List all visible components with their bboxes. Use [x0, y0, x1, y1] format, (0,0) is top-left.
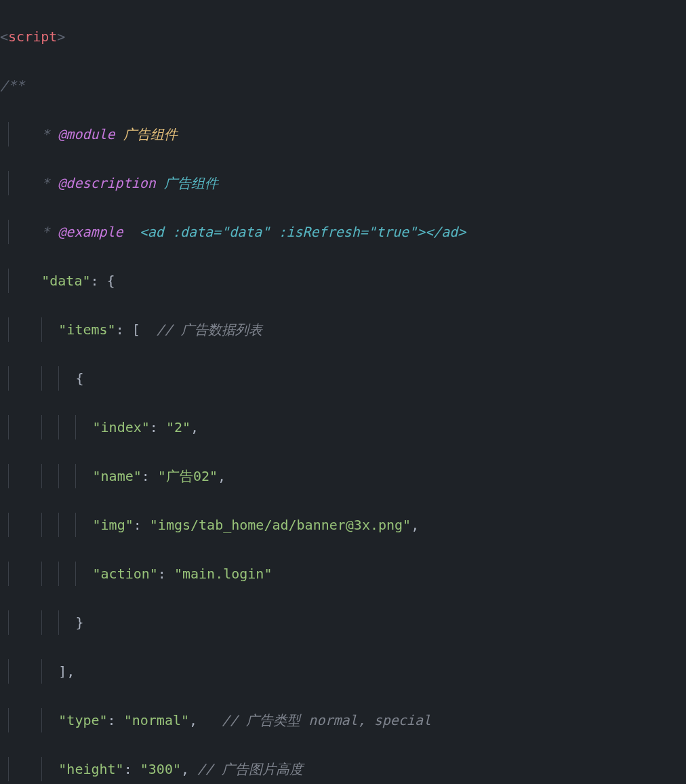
key-data: data: [49, 273, 82, 289]
code-line: * @module 广告组件: [0, 122, 686, 146]
code-line: "items": [ // 广告数据列表: [0, 317, 686, 342]
key-type: type: [66, 712, 99, 728]
val-img: imgs/tab_home/ad/banner@3x.png: [158, 517, 403, 533]
code-line: "index": "2",: [0, 415, 686, 439]
code-line: <script>: [0, 24, 686, 49]
code-line: "height": "300", // 广告图片高度: [0, 757, 686, 781]
jsdoc-at-description: @description: [58, 175, 156, 191]
code-line: "name": "广告02",: [0, 464, 686, 488]
val-name: 广告02: [166, 468, 209, 484]
key-items: items: [66, 321, 107, 338]
code-line: ],: [0, 659, 686, 684]
val-action: main.login: [182, 566, 264, 582]
jsdoc-at-example: @example: [58, 224, 123, 240]
code-line: * @example <ad :data="data" :isRefresh="…: [0, 220, 686, 244]
val-height: 300: [148, 761, 173, 777]
code-line: "data": {: [0, 269, 686, 293]
comment-open: /**: [0, 77, 24, 94]
val-type: normal: [132, 712, 181, 728]
code-line: "type": "normal", // 广告类型 normal, specia…: [0, 708, 686, 732]
code-line: {: [0, 366, 686, 391]
comment-height: // 广告图片高度: [197, 761, 303, 777]
val-index: 2: [174, 419, 182, 435]
jsdoc-example-code: <ad :data="data" :isRefresh="true"></ad>: [140, 224, 466, 240]
comment-type: // 广告类型 normal, special: [222, 712, 431, 728]
code-line: "action": "main.login": [0, 562, 686, 586]
jsdoc-description-text: 广告组件: [164, 175, 218, 191]
key-height: height: [66, 761, 115, 777]
jsdoc-module-name: 广告组件: [123, 126, 178, 142]
comment-items: // 广告数据列表: [157, 321, 262, 338]
code-line: /**: [0, 73, 686, 98]
key-name: name: [101, 468, 134, 484]
code-line: }: [0, 610, 686, 635]
code-line: "img": "imgs/tab_home/ad/banner@3x.png",: [0, 513, 686, 537]
jsdoc-at-module: @module: [58, 126, 115, 142]
key-img: img: [101, 517, 125, 533]
code-line: * @description 广告组件: [0, 171, 686, 195]
key-index: index: [101, 419, 142, 435]
code-editor[interactable]: <script> /** * @module 广告组件 * @descripti…: [0, 0, 686, 784]
key-action: action: [101, 566, 150, 582]
tag-script: script: [8, 28, 57, 45]
